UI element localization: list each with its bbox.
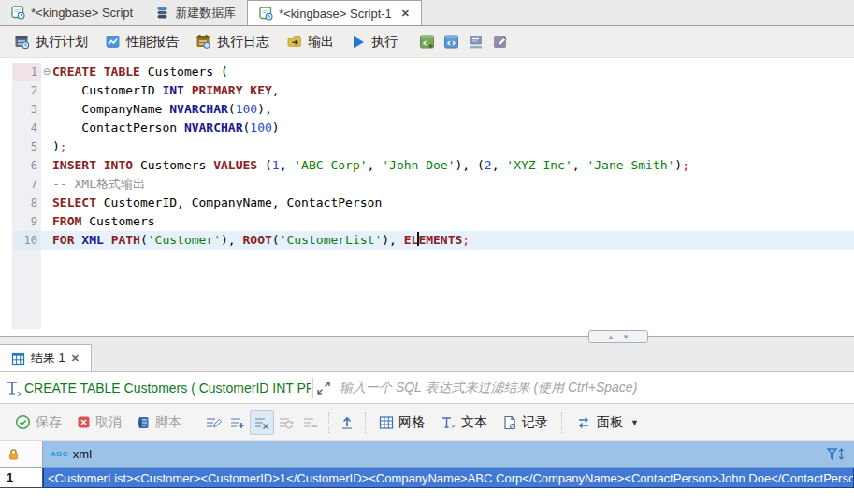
expand-filter-icon[interactable] [315, 380, 332, 396]
edit-script-button[interactable] [488, 30, 513, 54]
save-check-icon [15, 414, 31, 430]
annotation-ruler [0, 250, 13, 329]
row-number-cell[interactable]: 1 [0, 468, 43, 488]
code-text[interactable]: INSERT INTO Customers VALUES (1, 'ABC Co… [52, 156, 854, 175]
grid-view-label: 网格 [398, 414, 425, 431]
panel-label: 面板 [597, 414, 623, 431]
applied-filter-text[interactable]: CREATE TABLE Customers ( CustomerID INT … [24, 381, 311, 396]
code-text[interactable]: SELECT CustomerID, CompanyName, ContactP… [52, 194, 854, 212]
collapse-up-icon[interactable]: ▲ [607, 333, 615, 341]
grid-row-1[interactable]: 1 <CustomerList><Customer><CustomerID>1<… [0, 468, 854, 488]
code-text[interactable]: FOR XML PATH('Customer'), ROOT('Customer… [52, 231, 854, 250]
annotation-ruler [0, 119, 13, 137]
tab-kingbase-script-1[interactable]: *<kingbase> Script-1 ✕ [247, 0, 422, 25]
code-text[interactable]: ContactPerson NVARCHAR(100) [52, 119, 854, 137]
readonly-lock-icon [7, 448, 20, 461]
code-line-2[interactable]: 2 CustomerID INT PRIMARY KEY, [0, 81, 854, 100]
line-number: 7 [13, 175, 41, 194]
column-name: xml [73, 447, 92, 461]
execution-log-label: 执行日志 [217, 34, 269, 50]
line-number: 5 [13, 137, 41, 156]
code-line-8[interactable]: 8SELECT CustomerID, CompanyName, Contact… [0, 194, 854, 212]
annotation-ruler [0, 231, 13, 250]
grid-header-row: ABC xml [0, 441, 854, 468]
code-line-7[interactable]: 7-- XML格式输出 [0, 175, 854, 194]
panel-button[interactable]: 面板 ▼ [568, 410, 646, 436]
record-view-label: 记录 [522, 414, 548, 431]
remove-rows-button[interactable] [298, 410, 323, 435]
grid-view-icon [379, 415, 394, 430]
sql-console-button[interactable] [440, 30, 464, 54]
code-line-6[interactable]: 6INSERT INTO Customers VALUES (1, 'ABC C… [0, 156, 854, 175]
close-tab-icon[interactable]: ✕ [401, 7, 410, 20]
code-text[interactable]: -- XML格式输出 [52, 175, 854, 194]
result-filter-bar[interactable]: CREATE TABLE Customers ( CustomerID INT … [0, 372, 854, 404]
fold-collapse-icon[interactable]: ⊖ [41, 63, 52, 81]
performance-report-button[interactable]: 性能报告 [96, 29, 187, 55]
fold-gutter [41, 175, 52, 194]
execution-plan-label: 执行计划 [36, 34, 88, 50]
code-text[interactable]: FROM Customers [52, 212, 854, 231]
fold-gutter [41, 250, 52, 329]
code-line-3[interactable]: 3 CompanyName NVARCHAR(100), [0, 100, 854, 119]
export-up-icon [339, 414, 355, 431]
code-text[interactable]: ); [52, 137, 854, 156]
column-filter-sort-icon[interactable] [826, 446, 847, 463]
editor-empty-area[interactable] [0, 250, 854, 329]
tab-kingbase-script[interactable]: *<kingbase> Script [0, 0, 144, 25]
sql-script-icon [259, 7, 273, 21]
add-row-button[interactable] [225, 410, 250, 435]
results-tab-bar: 结果 1 ✕ [0, 344, 854, 372]
editor-results-splitter[interactable]: ▲ ▼ [0, 329, 854, 344]
refresh-rows-button[interactable] [274, 410, 298, 435]
collapse-down-icon[interactable]: ▼ [622, 333, 630, 341]
toolbar-separator [365, 412, 366, 433]
results-tab-label: 结果 1 [31, 350, 65, 367]
add-row-icon [229, 414, 246, 431]
code-line-1[interactable]: 1⊖CREATE TABLE Customers ( [0, 63, 854, 81]
code-text[interactable]: CustomerID INT PRIMARY KEY, [52, 81, 854, 100]
new-sql-editor-button[interactable] [415, 30, 440, 54]
code-line-4[interactable]: 4 ContactPerson NVARCHAR(100) [0, 119, 854, 137]
tab-results-1[interactable]: 结果 1 ✕ [0, 344, 92, 371]
toolbar-separator [195, 412, 195, 433]
code-line-5[interactable]: 5); [0, 137, 854, 156]
result-grid: ABC xml 1 <CustomerList><Customer><Custo… [0, 441, 854, 504]
sql-editor[interactable]: 1⊖CREATE TABLE Customers (2 CustomerID I… [0, 58, 854, 329]
database-icon [155, 6, 169, 20]
line-number: 10 [13, 231, 41, 250]
export-resultset-button[interactable] [335, 410, 359, 435]
record-view-button[interactable]: 记录 [495, 410, 556, 436]
sql-script-icon [11, 6, 25, 20]
grid-corner-cell[interactable] [0, 441, 43, 468]
code-line-10[interactable]: 10FOR XML PATH('Customer'), ROOT('Custom… [0, 231, 854, 250]
close-results-tab-icon[interactable]: ✕ [71, 353, 80, 365]
grid-view-button[interactable]: 网格 [371, 410, 432, 436]
text-filter-icon [4, 379, 24, 397]
execution-plan-button[interactable]: 执行计划 [6, 29, 96, 55]
delete-row-button[interactable] [250, 410, 274, 435]
code-text[interactable]: CREATE TABLE Customers ( [52, 63, 854, 81]
edit-cell-button[interactable] [201, 410, 225, 435]
splitter-collapse-control[interactable]: ▲ ▼ [588, 330, 648, 343]
tab-new-database[interactable]: 新建数据库 [144, 0, 247, 25]
execution-log-button[interactable]: 执行日志 [187, 29, 278, 55]
script-output-button[interactable] [464, 30, 488, 54]
panel-dropdown-icon[interactable]: ▼ [630, 418, 639, 427]
xml-value-cell[interactable]: <CustomerList><Customer><CustomerID>1</C… [43, 468, 854, 488]
save-button[interactable]: 保存 [7, 410, 69, 436]
fold-gutter [41, 100, 52, 119]
text-view-button[interactable]: 文本 [432, 410, 495, 436]
annotation-ruler [0, 175, 13, 194]
fold-gutter [41, 156, 52, 175]
execute-button[interactable]: 执行 [342, 29, 406, 55]
execute-play-icon [351, 35, 366, 50]
output-button[interactable]: 输出 [278, 29, 342, 55]
refresh-rows-icon [278, 414, 295, 431]
code-line-9[interactable]: 9FROM Customers [0, 212, 854, 231]
code-text[interactable]: CompanyName NVARCHAR(100), [52, 100, 854, 119]
column-header-xml[interactable]: ABC xml [43, 441, 854, 468]
script-button[interactable]: 脚本 [129, 410, 189, 436]
cancel-button[interactable]: 取消 [69, 410, 129, 436]
line-number: 2 [13, 81, 41, 100]
